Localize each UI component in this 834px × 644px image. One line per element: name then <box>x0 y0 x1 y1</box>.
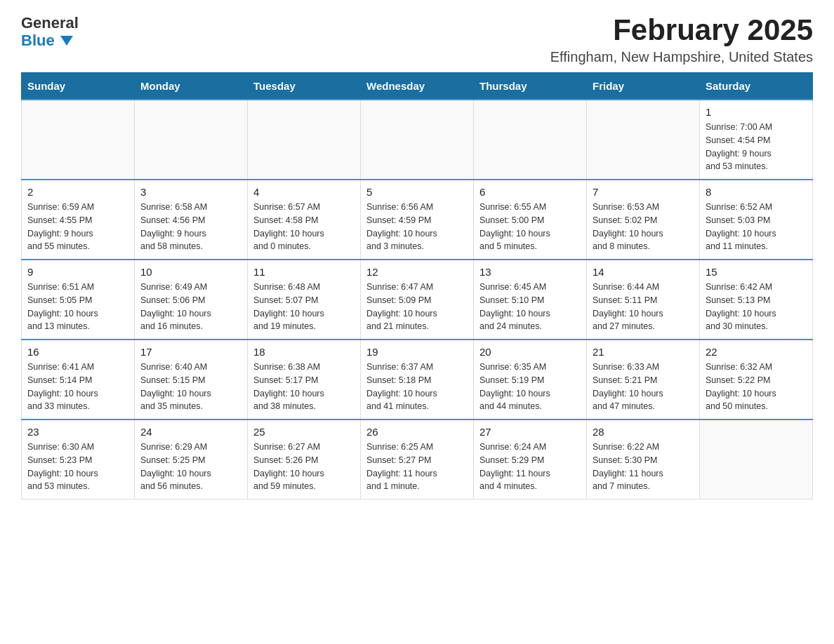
day-info: Sunrise: 6:55 AM Sunset: 5:00 PM Dayligh… <box>479 201 581 253</box>
calendar-day-cell: 6Sunrise: 6:55 AM Sunset: 5:00 PM Daylig… <box>474 180 587 260</box>
day-info: Sunrise: 6:45 AM Sunset: 5:10 PM Dayligh… <box>479 281 581 333</box>
calendar-day-cell: 16Sunrise: 6:41 AM Sunset: 5:14 PM Dayli… <box>22 340 135 420</box>
day-of-week-header: Friday <box>587 73 700 100</box>
calendar-day-cell: 12Sunrise: 6:47 AM Sunset: 5:09 PM Dayli… <box>361 260 474 340</box>
calendar-week-row: 1Sunrise: 7:00 AM Sunset: 4:54 PM Daylig… <box>22 100 813 180</box>
day-number: 11 <box>253 266 355 278</box>
calendar-week-row: 2Sunrise: 6:59 AM Sunset: 4:55 PM Daylig… <box>22 180 813 260</box>
day-number: 4 <box>253 186 355 198</box>
day-info: Sunrise: 6:24 AM Sunset: 5:29 PM Dayligh… <box>479 441 581 493</box>
day-info: Sunrise: 6:56 AM Sunset: 4:59 PM Dayligh… <box>366 201 468 253</box>
calendar-day-cell <box>700 420 813 499</box>
day-info: Sunrise: 6:38 AM Sunset: 5:17 PM Dayligh… <box>253 361 355 413</box>
day-number: 5 <box>366 186 468 198</box>
svg-marker-0 <box>60 36 73 46</box>
calendar-day-cell: 5Sunrise: 6:56 AM Sunset: 4:59 PM Daylig… <box>361 180 474 260</box>
day-number: 16 <box>27 346 128 358</box>
day-number: 3 <box>140 186 241 198</box>
day-info: Sunrise: 6:40 AM Sunset: 5:15 PM Dayligh… <box>140 361 241 413</box>
day-of-week-header: Monday <box>135 73 248 100</box>
calendar-day-cell: 15Sunrise: 6:42 AM Sunset: 5:13 PM Dayli… <box>700 260 813 340</box>
calendar-day-cell: 1Sunrise: 7:00 AM Sunset: 4:54 PM Daylig… <box>700 100 813 180</box>
calendar-day-cell <box>22 100 135 180</box>
day-info: Sunrise: 6:59 AM Sunset: 4:55 PM Dayligh… <box>27 201 128 253</box>
day-number: 18 <box>253 346 355 358</box>
calendar-day-cell: 23Sunrise: 6:30 AM Sunset: 5:23 PM Dayli… <box>22 420 135 499</box>
logo: General Blue <box>21 14 79 50</box>
calendar-day-cell: 10Sunrise: 6:49 AM Sunset: 5:06 PM Dayli… <box>135 260 248 340</box>
day-number: 23 <box>27 426 128 438</box>
day-info: Sunrise: 6:27 AM Sunset: 5:26 PM Dayligh… <box>253 441 355 493</box>
calendar-day-cell: 26Sunrise: 6:25 AM Sunset: 5:27 PM Dayli… <box>361 420 474 499</box>
day-of-week-header: Thursday <box>474 73 587 100</box>
calendar-day-cell: 19Sunrise: 6:37 AM Sunset: 5:18 PM Dayli… <box>361 340 474 420</box>
day-info: Sunrise: 6:41 AM Sunset: 5:14 PM Dayligh… <box>27 361 128 413</box>
logo-blue: Blue <box>21 32 79 49</box>
day-info: Sunrise: 6:44 AM Sunset: 5:11 PM Dayligh… <box>593 281 694 333</box>
calendar-day-cell: 4Sunrise: 6:57 AM Sunset: 4:58 PM Daylig… <box>248 180 361 260</box>
day-info: Sunrise: 6:47 AM Sunset: 5:09 PM Dayligh… <box>366 281 468 333</box>
day-number: 14 <box>593 266 694 278</box>
calendar-day-cell: 28Sunrise: 6:22 AM Sunset: 5:30 PM Dayli… <box>587 420 700 499</box>
title-section: February 2025 Effingham, New Hampshire, … <box>550 14 813 65</box>
calendar-day-cell: 24Sunrise: 6:29 AM Sunset: 5:25 PM Dayli… <box>135 420 248 499</box>
logo-triangle-icon <box>60 36 73 46</box>
day-info: Sunrise: 6:58 AM Sunset: 4:56 PM Dayligh… <box>140 201 241 253</box>
calendar-day-cell <box>248 100 361 180</box>
calendar-week-row: 23Sunrise: 6:30 AM Sunset: 5:23 PM Dayli… <box>22 420 813 499</box>
day-info: Sunrise: 6:49 AM Sunset: 5:06 PM Dayligh… <box>140 281 241 333</box>
day-number: 19 <box>366 346 468 358</box>
logo-general: General <box>21 14 79 32</box>
day-number: 21 <box>593 346 694 358</box>
month-title: February 2025 <box>550 14 813 46</box>
day-info: Sunrise: 6:57 AM Sunset: 4:58 PM Dayligh… <box>253 201 355 253</box>
day-info: Sunrise: 6:32 AM Sunset: 5:22 PM Dayligh… <box>706 361 807 413</box>
calendar-day-cell: 7Sunrise: 6:53 AM Sunset: 5:02 PM Daylig… <box>587 180 700 260</box>
calendar-day-cell <box>135 100 248 180</box>
day-info: Sunrise: 6:33 AM Sunset: 5:21 PM Dayligh… <box>593 361 694 413</box>
day-info: Sunrise: 6:35 AM Sunset: 5:19 PM Dayligh… <box>479 361 581 413</box>
day-info: Sunrise: 6:29 AM Sunset: 5:25 PM Dayligh… <box>140 441 241 493</box>
calendar-day-cell: 21Sunrise: 6:33 AM Sunset: 5:21 PM Dayli… <box>587 340 700 420</box>
day-number: 9 <box>27 266 128 278</box>
calendar-day-cell: 18Sunrise: 6:38 AM Sunset: 5:17 PM Dayli… <box>248 340 361 420</box>
calendar-header-row: SundayMondayTuesdayWednesdayThursdayFrid… <box>22 73 813 100</box>
day-info: Sunrise: 6:48 AM Sunset: 5:07 PM Dayligh… <box>253 281 355 333</box>
day-number: 22 <box>706 346 807 358</box>
calendar-day-cell: 13Sunrise: 6:45 AM Sunset: 5:10 PM Dayli… <box>474 260 587 340</box>
day-number: 20 <box>479 346 581 358</box>
day-number: 7 <box>593 186 694 198</box>
day-number: 25 <box>253 426 355 438</box>
day-info: Sunrise: 6:52 AM Sunset: 5:03 PM Dayligh… <box>706 201 807 253</box>
day-info: Sunrise: 7:00 AM Sunset: 4:54 PM Dayligh… <box>706 121 807 173</box>
day-number: 8 <box>706 186 807 198</box>
calendar-day-cell <box>361 100 474 180</box>
day-number: 17 <box>140 346 241 358</box>
calendar-day-cell: 17Sunrise: 6:40 AM Sunset: 5:15 PM Dayli… <box>135 340 248 420</box>
calendar-day-cell: 25Sunrise: 6:27 AM Sunset: 5:26 PM Dayli… <box>248 420 361 499</box>
page-header: General Blue February 2025 Effingham, Ne… <box>21 14 813 65</box>
calendar-table: SundayMondayTuesdayWednesdayThursdayFrid… <box>21 72 813 499</box>
day-number: 28 <box>593 426 694 438</box>
calendar-day-cell: 22Sunrise: 6:32 AM Sunset: 5:22 PM Dayli… <box>700 340 813 420</box>
day-of-week-header: Sunday <box>22 73 135 100</box>
calendar-day-cell: 3Sunrise: 6:58 AM Sunset: 4:56 PM Daylig… <box>135 180 248 260</box>
calendar-day-cell: 11Sunrise: 6:48 AM Sunset: 5:07 PM Dayli… <box>248 260 361 340</box>
day-info: Sunrise: 6:51 AM Sunset: 5:05 PM Dayligh… <box>27 281 128 333</box>
calendar-day-cell: 2Sunrise: 6:59 AM Sunset: 4:55 PM Daylig… <box>22 180 135 260</box>
location: Effingham, New Hampshire, United States <box>550 49 813 65</box>
day-of-week-header: Wednesday <box>361 73 474 100</box>
day-info: Sunrise: 6:25 AM Sunset: 5:27 PM Dayligh… <box>366 441 468 493</box>
day-number: 6 <box>479 186 581 198</box>
calendar-day-cell: 8Sunrise: 6:52 AM Sunset: 5:03 PM Daylig… <box>700 180 813 260</box>
day-info: Sunrise: 6:30 AM Sunset: 5:23 PM Dayligh… <box>27 441 128 493</box>
calendar-day-cell: 14Sunrise: 6:44 AM Sunset: 5:11 PM Dayli… <box>587 260 700 340</box>
day-of-week-header: Saturday <box>700 73 813 100</box>
calendar-week-row: 16Sunrise: 6:41 AM Sunset: 5:14 PM Dayli… <box>22 340 813 420</box>
calendar-day-cell: 27Sunrise: 6:24 AM Sunset: 5:29 PM Dayli… <box>474 420 587 499</box>
day-number: 15 <box>706 266 807 278</box>
day-number: 24 <box>140 426 241 438</box>
calendar-day-cell: 9Sunrise: 6:51 AM Sunset: 5:05 PM Daylig… <box>22 260 135 340</box>
day-number: 1 <box>706 106 807 118</box>
day-info: Sunrise: 6:37 AM Sunset: 5:18 PM Dayligh… <box>366 361 468 413</box>
